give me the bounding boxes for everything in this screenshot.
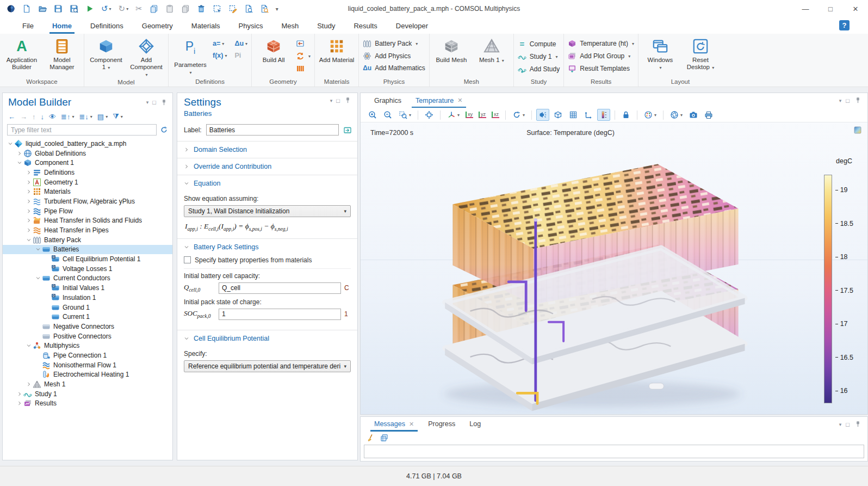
parameter-case-button[interactable]: Pi [234, 52, 247, 59]
build-mesh-button[interactable]: Build Mesh [433, 35, 469, 64]
menu-tab-mesh[interactable]: Mesh [272, 17, 308, 34]
refresh-filter-icon[interactable] [160, 126, 168, 134]
panel-pin-icon[interactable] [160, 99, 168, 107]
delete-button[interactable] [197, 4, 206, 13]
tab-messages[interactable]: Messages✕ [367, 417, 421, 432]
clear-messages-icon[interactable] [367, 434, 375, 442]
study1-button[interactable]: Study 1▾ [518, 52, 560, 61]
model-tree-nodes-button[interactable]: ▤▾ [97, 113, 108, 121]
settings-float-icon[interactable]: □ [336, 97, 340, 104]
menu-tab-results[interactable]: Results [344, 17, 386, 34]
menu-tab-physics[interactable]: Physics [230, 17, 272, 34]
qat-overflow-button[interactable]: ▾ [276, 6, 278, 12]
create-reference-icon[interactable] [343, 126, 352, 134]
zoom-in-button[interactable] [366, 109, 379, 121]
insert-sequence-button[interactable] [296, 39, 311, 48]
tree-item-current-conductors[interactable]: Current Conductors [3, 274, 172, 284]
color-theme-button[interactable]: ▾ [642, 109, 659, 121]
menu-tab-study[interactable]: Study [308, 17, 344, 34]
settings-menu-icon[interactable]: ▾ [330, 98, 333, 103]
materials-properties-checkbox[interactable] [184, 256, 191, 263]
tree-item-heat-transfer-in-solids-and-fluids[interactable]: Heat Transfer in Solids and Fluids [3, 216, 172, 226]
compute-button[interactable]: =Compute [518, 39, 560, 48]
add-mathematics-button[interactable]: ΔuAdd Mathematics [363, 64, 425, 72]
cut-button[interactable]: ✂ [135, 4, 142, 14]
capacity-input[interactable] [219, 282, 341, 294]
tree-filter-input[interactable] [7, 124, 157, 136]
panel-menu-icon[interactable]: ▾ [146, 100, 149, 105]
tab-temperature[interactable]: Temperature✕ [408, 93, 469, 108]
application-builder-button[interactable]: AApplication Builder [4, 35, 40, 71]
select-annotate-button[interactable] [228, 4, 237, 13]
tree-item-batteries[interactable]: Batteries [3, 245, 172, 255]
menu-tab-developer[interactable]: Developer [387, 17, 437, 34]
show-axis-button[interactable] [582, 109, 595, 121]
tree-item-electrochemical-heating-1[interactable]: Electrochemical Heating 1 [3, 370, 172, 380]
add-material-button[interactable]: Add Material [319, 35, 355, 64]
tab-graphics[interactable]: Graphics [367, 93, 408, 108]
build-all-button[interactable]: Build All [256, 35, 292, 64]
section-domain-selection[interactable]: Domain Selection [177, 141, 357, 158]
view-xy-button[interactable]: xy [464, 110, 475, 119]
graphics-canvas[interactable]: Time=72000 s Surface: Temperature (degC) [361, 122, 867, 414]
maximize-button[interactable]: □ [818, 0, 843, 17]
tree-item-multiphysics[interactable]: Multiphysics [3, 341, 172, 350]
section-override-contribution[interactable]: Override and Contribution [177, 158, 357, 175]
section-battery-pack-header[interactable]: Battery Pack Settings [184, 243, 351, 251]
graphics-pin-icon[interactable] [854, 96, 862, 104]
copy-button[interactable] [150, 4, 158, 13]
tree-item-heat-transfer-in-pipes[interactable]: Heat Transfer in Pipes [3, 225, 172, 235]
tab-progress[interactable]: Progress [421, 417, 462, 432]
rebuild-button[interactable]: ▾ [296, 52, 311, 60]
tree-item-results[interactable]: Results [3, 399, 172, 409]
show-toggle-button[interactable]: 👁︎ [49, 113, 56, 121]
tree-item-pipe-connection-1[interactable]: Pipe Connection 1 [3, 350, 172, 360]
graphics-menu-icon[interactable]: ▾ [839, 98, 842, 103]
messages-pin-icon[interactable] [854, 420, 862, 428]
add-component-button[interactable]: Add Component ▾ [128, 35, 164, 78]
temperature-plot-button[interactable]: Temperature (ht)▾ [568, 39, 634, 48]
undo-button[interactable]: ↺▾ [101, 4, 111, 14]
tree-item-mesh-1[interactable]: Mesh 1 [3, 379, 172, 389]
move-up-button[interactable]: ↑ [32, 113, 36, 121]
run-button[interactable] [85, 4, 94, 13]
tree-item-nonisothermal-flow-1[interactable]: Nonisothermal Flow 1 [3, 360, 172, 370]
parameters-button[interactable]: PiParameters▾ [172, 35, 208, 76]
minimize-button[interactable]: — [793, 0, 818, 17]
show-color-legend-button[interactable] [597, 109, 610, 121]
tree-item-negative-connectors[interactable]: Negative Connectors [3, 322, 172, 331]
tree-item-current-1[interactable]: Current 1 [3, 312, 172, 322]
select-box-button[interactable] [213, 4, 221, 13]
forward-button[interactable]: → [20, 113, 27, 121]
menu-tab-geometry[interactable]: Geometry [133, 17, 182, 34]
settings-pin-icon[interactable] [344, 96, 352, 104]
tree-item-insulation-1[interactable]: Insulation 1 [3, 293, 172, 303]
copy-messages-icon[interactable] [380, 434, 388, 442]
tree-item-component-1[interactable]: Component 1 [3, 158, 172, 168]
add-plot-group-button[interactable]: Add Plot Group▾ [568, 52, 634, 60]
plot-thumbnail-icon[interactable] [853, 126, 862, 134]
menu-tab-materials[interactable]: Materials [182, 17, 230, 34]
lock-view-button[interactable] [619, 109, 633, 121]
open-file-button[interactable] [38, 4, 47, 13]
variables-button[interactable]: a=▾ [213, 40, 227, 47]
environment-reflections-button[interactable] [551, 109, 565, 121]
help-button[interactable]: ? [839, 20, 850, 30]
messages-close-icon[interactable]: ✕ [409, 421, 414, 428]
component1-button[interactable]: Component 1 ▾ [88, 35, 124, 71]
model-manager-button[interactable]: Model Manager [44, 35, 80, 71]
filter-tree-button[interactable]: ⧩▾ [113, 112, 123, 121]
menu-tab-definitions[interactable]: Definitions [81, 17, 133, 34]
battery-pack-button[interactable]: Battery Pack▾ [363, 39, 425, 48]
menu-tab-file[interactable]: File [13, 17, 43, 34]
result-templates-button[interactable]: Result Templates [568, 64, 634, 73]
view-yz-button[interactable]: yz [477, 110, 488, 119]
tab-close-icon[interactable]: ✕ [457, 97, 462, 104]
view-xz-button[interactable]: xz [490, 110, 501, 119]
add-physics-button[interactable]: Add Physics [363, 52, 425, 60]
mesh1-button[interactable]: Mesh 1 ▾ [474, 35, 510, 64]
tab-log[interactable]: Log [462, 417, 488, 432]
zoom-box-button[interactable]: ▾ [396, 109, 413, 121]
functions-button[interactable]: f(x)▾ [213, 52, 227, 59]
expand-all-button[interactable]: ≣↓▾ [79, 113, 92, 121]
